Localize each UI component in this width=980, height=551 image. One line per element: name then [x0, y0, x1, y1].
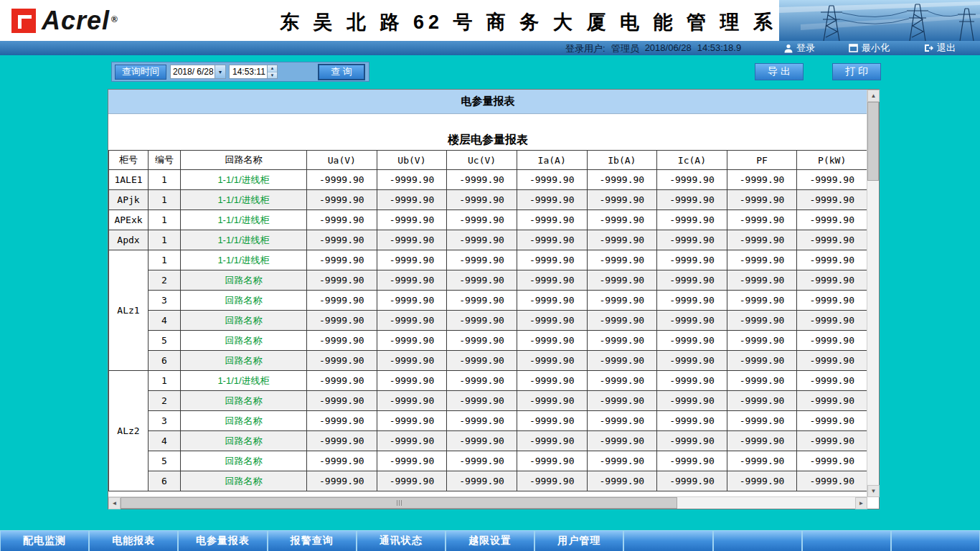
table-row: 2回路名称-9999.90-9999.90-9999.90-9999.90-99…: [109, 270, 867, 291]
date-picker[interactable]: 2018/ 6/28 ▼: [170, 65, 226, 79]
horizontal-scroll-thumb[interactable]: [121, 497, 677, 509]
scroll-down-button[interactable]: ▼: [867, 485, 880, 497]
table-row: 5回路名称-9999.90-9999.90-9999.90-9999.90-99…: [109, 451, 867, 471]
current-date: 2018/06/28: [645, 42, 692, 55]
value-cell: -9999.90: [797, 451, 867, 471]
time-picker[interactable]: 14:53:11 ▲ ▼: [229, 65, 278, 79]
column-header: Ic(A): [657, 151, 727, 170]
table-header-row: 柜号编号回路名称Ua(V)Ub(V)Uc(V)Ia(A)Ib(A)Ic(A)PF…: [109, 151, 867, 170]
value-cell: -9999.90: [377, 210, 447, 230]
table-row: 2回路名称-9999.90-9999.90-9999.90-9999.90-99…: [109, 391, 867, 411]
circuit-name-link[interactable]: 1-1/1/进线柜: [181, 250, 307, 270]
value-cell: -9999.90: [447, 471, 517, 491]
value-cell: -9999.90: [517, 230, 587, 250]
value-cell: -9999.90: [447, 170, 517, 190]
nav-item-1[interactable]: 配电监测: [1, 531, 88, 551]
value-cell: -9999.90: [447, 331, 517, 351]
minimize-button[interactable]: 最小化: [849, 42, 890, 55]
circuit-name-link[interactable]: 1-1/1/进线柜: [181, 371, 307, 391]
value-cell: -9999.90: [517, 471, 587, 491]
circuit-name-link[interactable]: 回路名称: [181, 411, 307, 431]
date-dropdown-button[interactable]: ▼: [215, 65, 225, 78]
nav-item-3[interactable]: 电参量报表: [179, 531, 266, 551]
value-cell: -9999.90: [447, 291, 517, 311]
column-header: Ia(A): [517, 151, 587, 170]
value-cell: -9999.90: [727, 351, 797, 371]
value-cell: -9999.90: [377, 270, 447, 291]
table-row: 5回路名称-9999.90-9999.90-9999.90-9999.90-99…: [109, 331, 867, 351]
value-cell: -9999.90: [447, 230, 517, 250]
circuit-name-link[interactable]: 回路名称: [181, 291, 307, 311]
column-header: 柜号: [109, 151, 149, 170]
scroll-right-button[interactable]: ►: [855, 497, 867, 509]
nav-item-4[interactable]: 报警查询: [268, 531, 356, 551]
table-row: 6回路名称-9999.90-9999.90-9999.90-9999.90-99…: [109, 471, 867, 491]
circuit-name-link[interactable]: 回路名称: [181, 451, 307, 471]
value-cell: -9999.90: [377, 311, 447, 331]
circuit-name-link[interactable]: 1-1/1/进线柜: [181, 170, 307, 190]
value-cell: -9999.90: [307, 451, 377, 471]
circuit-name-link[interactable]: 回路名称: [181, 471, 307, 491]
row-number-cell: 2: [149, 270, 181, 291]
circuit-name-link[interactable]: 回路名称: [181, 431, 307, 451]
nav-item-6[interactable]: 越限设置: [446, 531, 534, 551]
time-picker-value[interactable]: 14:53:11: [230, 65, 267, 78]
circuit-name-link[interactable]: 1-1/1/进线柜: [181, 230, 307, 250]
value-cell: -9999.90: [587, 270, 657, 291]
circuit-name-link[interactable]: 回路名称: [181, 351, 307, 371]
value-cell: -9999.90: [587, 371, 657, 391]
value-cell: -9999.90: [587, 331, 657, 351]
query-time-button[interactable]: 查询时间: [115, 65, 166, 80]
time-spin-up-button[interactable]: ▲: [268, 65, 277, 72]
circuit-name-link[interactable]: 回路名称: [181, 391, 307, 411]
row-number-cell: 6: [149, 471, 181, 491]
scroll-left-button[interactable]: ◄: [108, 497, 121, 509]
value-cell: -9999.90: [447, 250, 517, 270]
nav-item-empty-10[interactable]: [803, 531, 890, 551]
value-cell: -9999.90: [797, 210, 867, 230]
nav-item-empty-11[interactable]: [892, 531, 979, 551]
vertical-scrollbar[interactable]: ▲ ▼: [867, 90, 879, 497]
horizontal-scrollbar[interactable]: ◄ ►: [108, 496, 867, 509]
circuit-name-link[interactable]: 1-1/1/进线柜: [181, 210, 307, 230]
value-cell: -9999.90: [657, 311, 727, 331]
circuit-name-link[interactable]: 回路名称: [181, 311, 307, 331]
column-header: Ub(V): [377, 151, 447, 170]
user-icon: [784, 44, 793, 53]
login-button[interactable]: 登录: [784, 42, 815, 55]
time-spin-down-button[interactable]: ▼: [268, 72, 277, 79]
value-cell: -9999.90: [797, 331, 867, 351]
table-row: ALz111-1/1/进线柜-9999.90-9999.90-9999.90-9…: [109, 250, 867, 270]
bottom-nav: 配电监测电能报表电参量报表报警查询通讯状态越限设置用户管理: [0, 530, 980, 551]
nav-item-empty-8[interactable]: [624, 531, 712, 551]
value-cell: -9999.90: [587, 291, 657, 311]
print-button[interactable]: 打 印: [832, 63, 881, 80]
nav-item-empty-9[interactable]: [714, 531, 801, 551]
column-header: Ib(A): [587, 151, 657, 170]
export-button[interactable]: 导 出: [755, 63, 804, 80]
date-picker-value[interactable]: 2018/ 6/28: [171, 65, 215, 78]
circuit-name-link[interactable]: 回路名称: [181, 331, 307, 351]
circuit-name-link[interactable]: 回路名称: [181, 270, 307, 291]
value-cell: -9999.90: [797, 371, 867, 391]
vertical-scroll-thumb[interactable]: [867, 102, 879, 181]
value-cell: -9999.90: [587, 391, 657, 411]
scroll-up-button[interactable]: ▲: [867, 90, 880, 102]
circuit-name-link[interactable]: 1-1/1/进线柜: [181, 190, 307, 210]
row-number-cell: 1: [149, 230, 181, 250]
cabinet-cell: Apdx: [109, 230, 149, 250]
exit-button[interactable]: 退出: [924, 42, 956, 55]
value-cell: -9999.90: [307, 291, 377, 311]
value-cell: -9999.90: [587, 431, 657, 451]
page-title: 东 吴 北 路 62 号 商 务 大 厦 电 能 管 理 系 统: [280, 9, 789, 35]
value-cell: -9999.90: [797, 230, 867, 250]
value-cell: -9999.90: [797, 170, 867, 190]
table-row: 6回路名称-9999.90-9999.90-9999.90-9999.90-99…: [109, 351, 867, 371]
acrel-logo-text: Acrel: [42, 6, 110, 35]
row-number-cell: 5: [149, 331, 181, 351]
nav-item-7[interactable]: 用户管理: [535, 531, 623, 551]
query-button[interactable]: 查 询: [318, 64, 365, 80]
nav-item-2[interactable]: 电能报表: [90, 531, 177, 551]
value-cell: -9999.90: [727, 291, 797, 311]
nav-item-5[interactable]: 通讯状态: [357, 531, 445, 551]
